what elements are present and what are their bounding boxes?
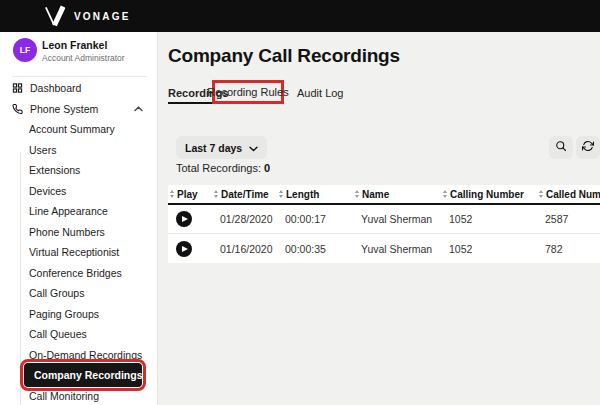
play-cell xyxy=(168,241,212,257)
table-body: 01/28/202000:00:17Yuval Sherman105225870… xyxy=(168,205,600,263)
refresh-button[interactable] xyxy=(576,136,600,159)
sidebar: LF Leon Frankel Account Administrator Da… xyxy=(0,32,158,405)
column-header-calling-number[interactable]: Calling Number xyxy=(441,189,537,200)
column-label: Calling Number xyxy=(450,189,524,200)
page-title: Company Call Recordings xyxy=(168,45,400,67)
total-recordings-value: 0 xyxy=(264,162,270,174)
sidebar-item-label: Extensions xyxy=(29,164,80,176)
column-header-name[interactable]: Name xyxy=(353,189,441,200)
play-button[interactable] xyxy=(176,211,192,227)
date-range-label: Last 7 days xyxy=(185,142,242,154)
called-number-cell: 782 xyxy=(537,243,600,255)
tab-recording-rules[interactable]: Recording Rules xyxy=(212,80,284,104)
sidebar-item-line-appearance[interactable]: Line Appearance xyxy=(0,201,157,222)
column-header-called-number[interactable]: Called Number xyxy=(537,189,600,200)
sidebar-item-label: Users xyxy=(29,144,56,156)
sidebar-item-label: Devices xyxy=(29,185,66,197)
sidebar-item-label: Phone System xyxy=(30,103,98,115)
sidebar-item-devices[interactable]: Devices xyxy=(0,181,157,202)
chevron-down-icon xyxy=(249,142,258,154)
play-icon xyxy=(182,246,188,252)
column-label: Called Number xyxy=(546,189,600,200)
sidebar-item-label: Phone Numbers xyxy=(29,226,105,238)
refresh-icon xyxy=(582,140,594,155)
top-bar: VONAGE xyxy=(0,0,600,32)
total-recordings: Total Recordings: 0 xyxy=(176,162,270,174)
sidebar-item-call-queues[interactable]: Call Queues xyxy=(0,324,157,345)
sidebar-item-call-monitoring[interactable]: Call Monitoring xyxy=(0,386,157,405)
name-cell: Yuval Sherman xyxy=(353,213,441,225)
calling-number-cell: 1052 xyxy=(441,243,537,255)
sidebar-item-label: Call Groups xyxy=(29,287,84,299)
tab-audit-log[interactable]: Audit Log xyxy=(297,87,343,99)
brand-name: VONAGE xyxy=(74,11,131,22)
column-label: Date/Time xyxy=(221,189,269,200)
avatar: LF xyxy=(13,38,37,62)
sidebar-nav: Dashboard Phone System Account SummaryUs… xyxy=(0,78,157,405)
sidebar-item-label: Virtual Receptionist xyxy=(29,246,119,258)
sidebar-item-dashboard[interactable]: Dashboard xyxy=(0,78,157,99)
play-cell xyxy=(168,211,212,227)
main-content: Company Call Recordings Recordings Recor… xyxy=(159,32,600,405)
sidebar-item-virtual-receptionist[interactable]: Virtual Receptionist xyxy=(0,242,157,263)
sidebar-item-phone-system[interactable]: Phone System xyxy=(0,99,157,120)
sidebar-item-label: Account Summary xyxy=(29,123,115,135)
sidebar-item-extensions[interactable]: Extensions xyxy=(0,160,157,181)
dashboard-grid-icon xyxy=(12,83,23,94)
sidebar-divider xyxy=(12,76,147,77)
sidebar-item-call-groups[interactable]: Call Groups xyxy=(0,283,157,304)
sort-icon xyxy=(443,190,447,198)
sidebar-item-label: Company Recordings xyxy=(24,363,142,387)
user-role: Account Administrator xyxy=(42,53,125,63)
search-button[interactable] xyxy=(549,136,573,159)
sidebar-item-on-demand-recordings[interactable]: On-Demand Recordings xyxy=(0,345,157,366)
phone-system-children: Account SummaryUsersExtensionsDevicesLin… xyxy=(0,119,157,405)
sidebar-item-label: Line Appearance xyxy=(29,205,108,217)
user-name: Leon Frankel xyxy=(42,39,107,51)
play-button[interactable] xyxy=(176,241,192,257)
name-cell: Yuval Sherman xyxy=(353,243,441,255)
phone-icon xyxy=(12,103,23,114)
total-recordings-label: Total Recordings: xyxy=(176,162,261,174)
sidebar-item-label: Call Monitoring xyxy=(29,390,99,402)
sort-icon xyxy=(355,190,359,198)
sidebar-item-label: Dashboard xyxy=(30,82,81,94)
sort-icon xyxy=(170,190,174,198)
column-header-date-time[interactable]: Date/Time xyxy=(212,189,277,200)
sort-icon xyxy=(279,190,283,198)
sidebar-item-label: Call Queues xyxy=(29,328,87,340)
sidebar-item-phone-numbers[interactable]: Phone Numbers xyxy=(0,222,157,243)
table-row: 01/16/202000:00:35Yuval Sherman1052782 xyxy=(168,234,600,263)
chevron-up-icon xyxy=(134,106,143,112)
table-header-row: PlayDate/TimeLengthNameCalling NumberCal… xyxy=(168,185,600,205)
sidebar-item-label: Conference Bridges xyxy=(29,267,122,279)
play-icon xyxy=(182,216,188,222)
date-time-cell: 01/28/2020 xyxy=(212,213,277,225)
column-label: Name xyxy=(362,189,389,200)
called-number-cell: 2587 xyxy=(537,213,600,225)
sort-icon xyxy=(214,190,218,198)
sidebar-item-users[interactable]: Users xyxy=(0,140,157,161)
sidebar-item-account-summary[interactable]: Account Summary xyxy=(0,119,157,140)
length-cell: 00:00:17 xyxy=(277,213,353,225)
calling-number-cell: 1052 xyxy=(441,213,537,225)
column-header-length[interactable]: Length xyxy=(277,189,353,200)
column-label: Play xyxy=(177,189,198,200)
user-profile[interactable]: LF Leon Frankel Account Administrator xyxy=(0,32,157,76)
sidebar-item-label: Paging Groups xyxy=(29,308,99,320)
sort-icon xyxy=(539,190,543,198)
length-cell: 00:00:35 xyxy=(277,243,353,255)
date-range-dropdown[interactable]: Last 7 days xyxy=(176,136,267,159)
search-icon xyxy=(555,140,567,155)
vonage-logo-icon xyxy=(44,5,65,27)
column-header-play[interactable]: Play xyxy=(168,189,212,200)
table-row: 01/28/202000:00:17Yuval Sherman10522587 xyxy=(168,205,600,234)
sidebar-item-company-recordings[interactable]: Company Recordings xyxy=(0,365,157,386)
sidebar-item-conference-bridges[interactable]: Conference Bridges xyxy=(0,263,157,284)
sidebar-item-paging-groups[interactable]: Paging Groups xyxy=(0,304,157,325)
column-label: Length xyxy=(286,189,319,200)
recordings-table: PlayDate/TimeLengthNameCalling NumberCal… xyxy=(168,185,600,263)
sidebar-item-label: On-Demand Recordings xyxy=(29,349,142,361)
date-time-cell: 01/16/2020 xyxy=(212,243,277,255)
